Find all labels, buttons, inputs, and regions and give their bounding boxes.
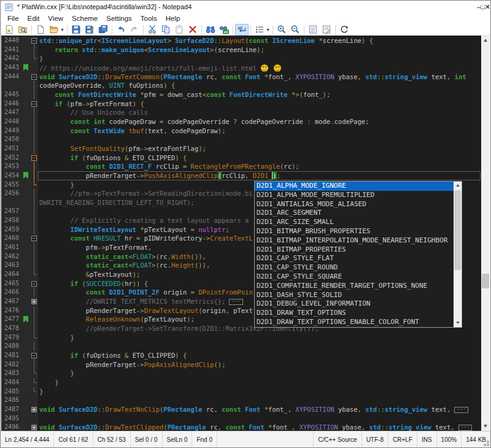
code-line[interactable]: 2453 const D2D1_RECT_F rcClip = Rectangl… — [1, 162, 481, 171]
line-number[interactable] — [1, 198, 22, 207]
line-number[interactable]: 2456 — [1, 189, 22, 198]
bookmark-margin[interactable] — [22, 396, 30, 405]
doc-list-button[interactable] — [306, 24, 320, 36]
fold-margin[interactable]: + — [30, 423, 38, 431]
status-column[interactable]: Col 61 / 62 — [54, 431, 93, 447]
fold-margin[interactable] — [30, 180, 38, 190]
fold-collapse-icon[interactable]: − — [31, 353, 37, 358]
fold-margin[interactable] — [30, 126, 38, 136]
bookmark-margin[interactable] — [22, 288, 30, 297]
bookmark-margin[interactable] — [22, 162, 30, 171]
line-number[interactable]: 2448 — [1, 117, 22, 126]
fold-margin[interactable] — [30, 63, 38, 72]
line-number[interactable]: 2476 — [1, 306, 22, 315]
code-line[interactable]: 2451 SetFontQuality(pfm->extraFontFlag); — [1, 144, 481, 153]
line-number[interactable]: 2495 — [1, 414, 22, 423]
code-line[interactable]: 2443// https://unicode.org/emoji/charts/… — [1, 63, 481, 72]
line-number[interactable]: 2480 — [1, 342, 22, 351]
line-number[interactable]: 2496 — [1, 423, 22, 431]
folded-text-box[interactable]: ··· — [454, 407, 468, 413]
bookmark-margin[interactable] — [22, 180, 30, 190]
autocomplete-item[interactable]: D2D1_BITMAP_PROPERTIES — [255, 245, 454, 255]
new-file-button[interactable] — [34, 24, 47, 36]
dropdown-chevron-icon[interactable]: ▾ — [265, 27, 271, 33]
resize-grip[interactable] — [487, 444, 489, 446]
bookmark-margin[interactable] — [22, 36, 30, 45]
fold-margin[interactable] — [30, 306, 38, 315]
zoom-in-button[interactable] — [275, 24, 288, 36]
code-line[interactable]: 2481− if (fuOptions & ETO_CLIPPED) { — [1, 351, 481, 360]
autocomplete-item-selected[interactable]: D2D1_ALPHA_MODE_IGNORE — [255, 182, 454, 191]
code-line[interactable]: 2447 // Use Unicode calls — [1, 108, 481, 117]
bookmark-margin[interactable] — [22, 72, 30, 82]
fold-margin[interactable] — [30, 216, 38, 225]
bookmark-margin[interactable] — [22, 135, 30, 144]
menu-view[interactable]: View — [44, 13, 68, 24]
line-number[interactable]: 2466 — [1, 288, 22, 297]
fold-margin[interactable] — [30, 162, 38, 171]
fold-margin[interactable] — [30, 171, 38, 180]
delete-button[interactable] — [186, 24, 199, 36]
fold-collapse-icon[interactable]: − — [31, 74, 37, 80]
fold-margin[interactable] — [30, 90, 38, 99]
save-all-button[interactable] — [96, 24, 110, 36]
fold-margin[interactable] — [30, 135, 38, 144]
code-line[interactable]: 2445 const FontDirectWrite *pfm = down_c… — [1, 90, 481, 99]
doc-edit-button[interactable] — [320, 24, 333, 36]
fold-collapse-icon[interactable]: − — [31, 281, 37, 287]
line-number[interactable]: 2455 — [1, 180, 22, 190]
title-bar[interactable]: * PlatWin.cxx [F:\Libs\notepad4\scintill… — [1, 1, 490, 13]
code-line[interactable]: 2449 const TextWide tbuf(text, codePageD… — [1, 126, 481, 136]
bookmark-margin[interactable] — [22, 297, 30, 306]
bookmark-margin[interactable] — [22, 324, 30, 333]
bookmark-margin[interactable] — [22, 153, 30, 163]
fold-margin[interactable] — [30, 315, 38, 324]
editor-vertical-scrollbar[interactable] — [481, 36, 490, 431]
line-number[interactable]: 2452 — [1, 153, 22, 163]
copy-button[interactable] — [159, 24, 172, 36]
code-line[interactable]: 2483 } — [1, 369, 481, 378]
bookmark-margin[interactable] — [22, 360, 30, 369]
status-eol[interactable]: CR+LF — [388, 431, 417, 447]
fold-margin[interactable] — [30, 243, 38, 252]
line-number[interactable]: 2442 — [1, 54, 22, 63]
menu-edit[interactable]: Edit — [23, 13, 44, 24]
line-number[interactable]: 2451 — [1, 144, 22, 153]
redo-button[interactable] — [128, 24, 141, 36]
fold-collapse-icon[interactable]: − — [31, 38, 37, 44]
autocomplete-item[interactable]: D2D1_DRAW_TEXT_OPTIONS_ENABLE_COLOR_FONT — [255, 318, 454, 327]
autocomplete-item[interactable]: D2D1_CAP_STYLE_ROUND — [255, 263, 454, 272]
bookmark-margin[interactable] — [22, 63, 30, 72]
fold-margin[interactable] — [30, 189, 38, 198]
fold-margin[interactable] — [30, 270, 38, 279]
fold-margin[interactable]: − — [30, 72, 38, 82]
autocomplete-list[interactable]: D2D1_ALPHA_MODE_IGNORED2D1_ALPHA_MODE_PR… — [255, 182, 454, 327]
open-file-button[interactable] — [47, 24, 61, 36]
status-encoding[interactable]: UTF-8 — [361, 431, 388, 447]
fold-margin[interactable] — [30, 207, 38, 216]
code-line[interactable]: 2485} — [1, 387, 481, 396]
autocomplete-item[interactable]: D2D1_ANTIALIAS_MODE_ALIASED — [255, 200, 454, 209]
autocomplete-item[interactable]: D2D1_DRAW_TEXT_OPTIONS — [255, 309, 454, 318]
dropdown-chevron-icon[interactable]: ▾ — [60, 27, 65, 33]
line-number[interactable]: 2441 — [1, 45, 22, 55]
bookmark-margin[interactable] — [22, 252, 30, 261]
menu-scheme[interactable]: Scheme — [68, 13, 102, 24]
bookmark-margin[interactable] — [22, 405, 30, 414]
line-number[interactable] — [1, 81, 22, 90]
code-line[interactable]: 2450 — [1, 135, 481, 144]
fold-margin[interactable] — [30, 261, 38, 270]
bookmark-margin[interactable] — [22, 189, 30, 198]
fold-margin[interactable] — [30, 225, 38, 234]
code-line[interactable]: 2479 } — [1, 333, 481, 342]
status-character[interactable]: Ch 52 / 53 — [93, 431, 131, 447]
code-line[interactable]: 2441 return std::make_unique<ScreenLineL… — [1, 45, 481, 55]
line-number[interactable]: 2478 — [1, 324, 22, 333]
line-number[interactable]: 2460 — [1, 234, 22, 243]
bookmark-margin[interactable] — [22, 144, 30, 153]
scrollbar-thumb[interactable] — [482, 274, 489, 288]
folded-text-box[interactable]: ··· — [229, 299, 242, 305]
autocomplete-item[interactable]: D2D1_COMPATIBLE_RENDER_TARGET_OPTIONS_NO… — [255, 282, 454, 291]
line-number[interactable]: 2449 — [1, 126, 22, 136]
fold-margin[interactable]: − — [30, 99, 38, 109]
